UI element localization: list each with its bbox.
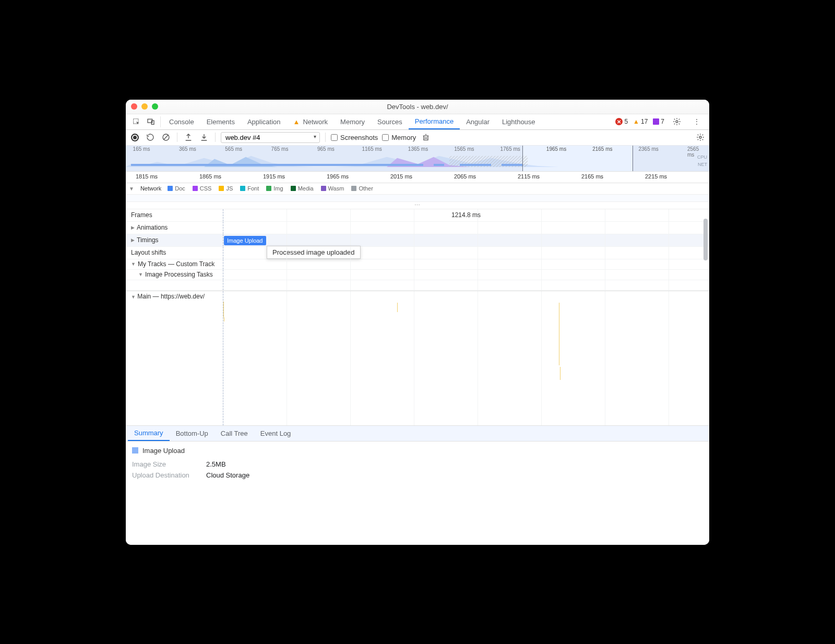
issues-count: 7 — [661, 118, 664, 125]
tab-label: Sources — [377, 118, 402, 126]
maximize-icon[interactable] — [152, 103, 158, 110]
screenshots-input[interactable] — [331, 134, 338, 141]
track-frames[interactable]: Frames 1214.8 ms — [126, 209, 709, 222]
summary-value: 2.5MB — [206, 460, 226, 468]
overview-selection[interactable] — [522, 146, 633, 171]
settings-icon[interactable] — [670, 117, 684, 126]
screenshots-checkbox[interactable]: Screenshots — [331, 134, 378, 141]
track-custom-sub[interactable]: ▼Image Processing Tasks — [126, 270, 709, 280]
tab-label: Angular — [466, 118, 490, 126]
divider — [215, 133, 216, 142]
network-expand-icon[interactable]: ▼ — [129, 186, 134, 192]
swatch-icon — [291, 186, 296, 191]
detail-ruler[interactable]: 1815 ms1865 ms1915 ms1965 ms2015 ms2065 … — [126, 172, 709, 183]
chevron-down-icon[interactable]: ▼ — [131, 261, 136, 267]
profile-selector[interactable]: web.dev #4 — [221, 132, 320, 143]
panel-settings-icon[interactable] — [695, 132, 706, 143]
layout-label: Layout shifts — [131, 249, 166, 256]
performance-toolbar: web.dev #4 Screenshots Memory — [126, 130, 709, 146]
issues-counter[interactable]: 7 — [653, 118, 664, 125]
task-sliver[interactable] — [397, 303, 398, 312]
detail-tab-call-tree[interactable]: Call Tree — [214, 426, 254, 441]
legend-media[interactable]: Media — [291, 185, 314, 192]
upload-icon[interactable] — [183, 132, 194, 143]
device-toggle-icon[interactable] — [144, 114, 158, 129]
ruler-tick: 2165 ms — [581, 173, 603, 180]
legend-doc[interactable]: Doc — [168, 185, 185, 192]
error-counter[interactable]: ✕5 — [615, 118, 628, 125]
clear-button[interactable] — [160, 132, 172, 143]
swatch-label: Img — [273, 185, 283, 192]
chevron-down-icon[interactable]: ▼ — [138, 272, 143, 277]
svg-point-3 — [676, 121, 678, 123]
ruler-tick: 1815 ms — [136, 173, 158, 180]
task-sliver[interactable] — [224, 317, 224, 321]
detail-tabs: SummaryBottom-UpCall TreeEvent Log — [126, 426, 709, 442]
swatch-icon — [240, 186, 245, 191]
memory-checkbox[interactable]: Memory — [382, 134, 416, 141]
garbage-collect-icon[interactable] — [420, 132, 432, 143]
summary-panel: Image Upload Image Size2.5MBUpload Desti… — [126, 442, 709, 545]
swatch-label: CSS — [200, 185, 212, 192]
collapsed-row[interactable]: ⋯ — [126, 202, 709, 209]
chevron-right-icon[interactable]: ▶ — [131, 225, 135, 230]
timings-label: Timings — [137, 236, 159, 244]
ruler-tick: 1865 ms — [199, 173, 221, 180]
detail-tab-bottom-up[interactable]: Bottom-Up — [170, 426, 214, 441]
more-icon[interactable]: ⋮ — [689, 118, 704, 125]
track-animations[interactable]: ▶Animations — [126, 222, 709, 234]
warning-counter[interactable]: ▲17 — [633, 118, 648, 125]
tab-label: Elements — [207, 118, 235, 126]
network-lane — [126, 195, 709, 202]
download-icon[interactable] — [198, 132, 210, 143]
track-custom-group[interactable]: ▼My Tracks — Custom Track — [126, 259, 709, 270]
tab-angular[interactable]: Angular — [460, 114, 496, 129]
legend-font[interactable]: Font — [240, 185, 259, 192]
tab-memory[interactable]: Memory — [334, 114, 371, 129]
frame-duration: 1214.8 ms — [451, 211, 481, 219]
legend-other[interactable]: Other — [351, 185, 373, 192]
animations-label: Animations — [137, 224, 168, 231]
legend-img[interactable]: Img — [266, 185, 283, 192]
legend-js[interactable]: JS — [219, 185, 233, 192]
close-icon[interactable] — [131, 103, 137, 110]
track-layout-shifts[interactable]: Layout shifts — [126, 247, 709, 259]
memory-input[interactable] — [382, 134, 389, 141]
tab-performance[interactable]: Performance — [409, 114, 460, 129]
frames-label: Frames — [131, 211, 152, 219]
swatch-icon — [219, 186, 224, 191]
overview-timeline[interactable]: 165 ms365 ms565 ms765 ms965 ms1165 ms136… — [126, 146, 709, 172]
task-sliver[interactable] — [560, 367, 560, 380]
custom-group-label: My Tracks — Custom Track — [138, 260, 214, 268]
track-timings[interactable]: ▶Timings Image Upload Processed image up… — [126, 234, 709, 247]
summary-key: Upload Destination — [132, 471, 199, 479]
legend-items: DocCSSJSFontImgMediaWasmOther — [168, 185, 373, 192]
detail-tab-event-log[interactable]: Event Log — [254, 426, 297, 441]
inspect-icon[interactable] — [129, 114, 144, 129]
tab-console[interactable]: Console — [163, 114, 200, 129]
tab-sources[interactable]: Sources — [371, 114, 409, 129]
scrollbar-thumb[interactable] — [703, 219, 708, 260]
task-sliver[interactable] — [223, 302, 224, 317]
record-button[interactable] — [129, 132, 140, 143]
chevron-right-icon[interactable]: ▶ — [131, 237, 135, 243]
tab-network[interactable]: ▲Network — [287, 114, 335, 129]
warning-count: 17 — [641, 118, 648, 125]
minimize-icon[interactable] — [141, 103, 148, 110]
custom-sub-label: Image Processing Tasks — [145, 271, 213, 278]
tab-application[interactable]: Application — [241, 114, 287, 129]
swatch-label: JS — [226, 185, 233, 192]
summary-value: Cloud Storage — [206, 471, 249, 479]
ruler-tick: 2065 ms — [454, 173, 476, 180]
legend-wasm[interactable]: Wasm — [321, 185, 344, 192]
tab-lighthouse[interactable]: Lighthouse — [496, 114, 542, 129]
task-sliver[interactable] — [559, 303, 559, 365]
main-thread-block[interactable]: ▼ Main — https://web.dev/ — [126, 291, 709, 426]
detail-tab-summary[interactable]: Summary — [128, 426, 170, 441]
reload-record-button[interactable] — [145, 132, 156, 143]
tab-elements[interactable]: Elements — [200, 114, 241, 129]
ruler-tick: 2115 ms — [518, 173, 540, 180]
swatch-icon — [266, 186, 271, 191]
legend-css[interactable]: CSS — [193, 185, 212, 192]
timing-event-pill[interactable]: Image Upload — [224, 236, 266, 245]
